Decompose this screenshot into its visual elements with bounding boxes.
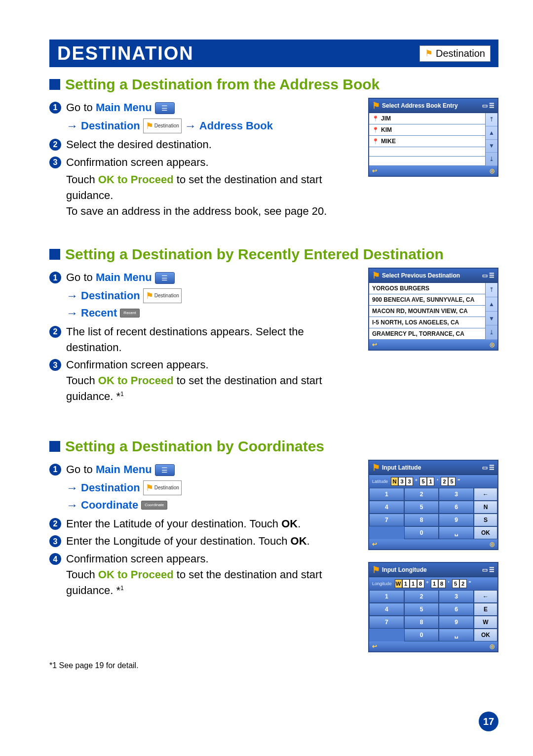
list-item[interactable]: I-5 NORTH, LOS ANGELES, CA [369,317,485,328]
pin-icon: 📍 [372,127,379,133]
ok-proceed: OK to Proceed [98,173,174,186]
step-number-3: 3 [49,535,61,547]
flag-icon: ⚑ [372,462,380,473]
page-title: DESTINATION [57,43,194,64]
scroll-down-icon[interactable]: ▼ [486,312,497,326]
key-3[interactable]: 3 [439,488,474,501]
locate-icon[interactable]: ◎ [490,541,495,548]
longitude-display: W118°18'52" [395,579,473,588]
locate-icon[interactable]: ◎ [490,341,495,348]
scroll-top-icon[interactable]: ⤒ [486,113,497,126]
header-bar: DESTINATION ⚑ Destination [49,40,498,67]
step-number-3: 3 [49,359,61,371]
key-2[interactable]: 2 [404,488,439,501]
section-addressbook-title: Setting a Destination from the Address B… [49,76,498,93]
arrow-icon: → [185,118,196,135]
main-menu-link: Main Menu [96,101,152,114]
arrow-icon: → [66,287,78,305]
arrow-icon: → [66,305,78,322]
scroll-up-icon[interactable]: ▲ [486,297,497,312]
section1-steps: 1 Go to Main Menu → Destination ⚑Destina… [49,98,359,219]
step-number-4: 4 [49,553,61,565]
key-8[interactable]: 8 [404,514,439,526]
list-item[interactable]: 📍KIM [369,124,485,136]
west-button[interactable]: W [474,616,497,629]
key-0[interactable]: 0 [404,629,439,641]
back-icon[interactable]: ↩ [372,167,377,174]
step-number-1: 1 [49,102,61,114]
main-menu-link: Main Menu [96,463,152,476]
list-item[interactable]: GRAMERCY PL, TORRANCE, CA [369,328,485,340]
key-2[interactable]: 2 [404,590,439,603]
key-4[interactable]: 4 [369,501,404,514]
recent-chip-icon: Recent [120,309,139,318]
arrow-icon: → [66,479,78,497]
footnote: *1 See page 19 for detail. [49,661,498,670]
backspace-button[interactable]: ← [474,488,497,501]
locate-icon[interactable]: ◎ [490,643,495,650]
key-4[interactable]: 4 [369,603,404,616]
key-6[interactable]: 6 [439,501,474,514]
destination-link: Destination [81,480,140,496]
key-space[interactable]: ␣ [439,526,474,539]
longitude-label: Longitude [372,581,392,586]
key-5[interactable]: 5 [404,603,439,616]
key-7[interactable]: 7 [369,616,404,629]
arrow-icon: → [66,497,78,514]
key-1[interactable]: 1 [369,590,404,603]
list-item[interactable]: 📍MIKE [369,136,485,147]
coordinate-link: Coordinate [81,497,138,513]
recent-link: Recent [81,305,117,321]
list-item[interactable]: 📍JIM [369,113,485,124]
section3-steps: 1 Go to Main Menu → Destination ⚑Destina… [49,460,359,600]
north-button[interactable]: N [474,501,497,514]
destination-chip-icon: ⚑Destination [143,119,182,133]
scroll-bottom-icon[interactable]: ⤓ [486,325,497,340]
key-9[interactable]: 9 [439,514,474,526]
key-5[interactable]: 5 [404,501,439,514]
longitude-keypad: ⚑Input Longitude▭ ☰ Longitude W118°18'52… [368,562,498,652]
ok-button[interactable]: OK [474,526,497,539]
main-menu-icon [155,272,175,284]
list-item[interactable]: YORGOS BURGERS [369,283,485,294]
key-1[interactable]: 1 [369,488,404,501]
latitude-keypad: ⚑Input Latitude▭ ☰ Latitude N33°51'25" 1… [368,460,498,550]
key-7[interactable]: 7 [369,514,404,526]
main-menu-link: Main Menu [96,271,152,283]
key-6[interactable]: 6 [439,603,474,616]
ok-button[interactable]: OK [474,629,497,641]
key-space[interactable]: ␣ [439,629,474,641]
recent-screenshot: ⚑Select Previous Destination▭ ☰ YORGOS B… [368,268,498,351]
key-3[interactable]: 3 [439,590,474,603]
scroll-up-icon[interactable]: ▲ [486,126,497,140]
scroll-down-icon[interactable]: ▼ [486,140,497,153]
flag-icon: ⚑ [372,270,380,281]
key-8[interactable]: 8 [404,616,439,629]
list-item[interactable]: 900 BENECIA AVE, SUNNYVALE, CA [369,294,485,306]
key-0[interactable]: 0 [404,526,439,539]
back-icon[interactable]: ↩ [372,643,377,650]
ok-label: OK [281,517,298,530]
badge-label: Destination [436,48,485,59]
key-9[interactable]: 9 [439,616,474,629]
ok-proceed: OK to Proceed [98,568,174,581]
scroll-top-icon[interactable]: ⤒ [486,283,497,297]
destination-chip-icon: ⚑Destination [143,288,182,303]
ok-label: OK [291,535,307,547]
east-button[interactable]: E [474,603,497,616]
flag-icon: ⚑ [372,100,380,111]
arrow-icon: → [66,118,78,135]
list-item[interactable]: MACON RD, MOUNTAIN VIEW, CA [369,306,485,317]
back-icon[interactable]: ↩ [372,341,377,348]
locate-icon[interactable]: ◎ [490,167,495,174]
step-number-2: 2 [49,518,61,530]
latitude-label: Latitude [372,479,388,484]
section2-steps: 1 Go to Main Menu → Destination ⚑Destina… [49,268,359,406]
section-coord-title: Setting a Destination by Coordinates [49,438,498,455]
backspace-button[interactable]: ← [474,590,497,603]
scroll-bottom-icon[interactable]: ⤓ [486,153,497,166]
back-icon[interactable]: ↩ [372,541,377,548]
save-note: To save an address in the address book, … [66,205,327,217]
south-button[interactable]: S [474,514,497,526]
flag-icon: ⚑ [425,48,433,59]
